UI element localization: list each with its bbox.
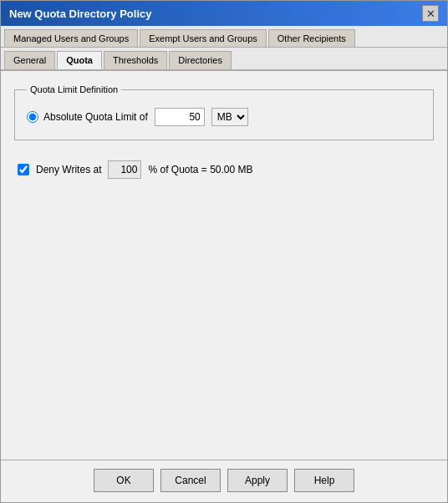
dialog-title: New Quota Directory Policy bbox=[9, 8, 152, 20]
quota-info-text: % of Quota = 50.00 MB bbox=[148, 164, 252, 175]
content-area: Quota Limit Definition Absolute Quota Li… bbox=[1, 71, 447, 460]
deny-writes-row: Deny Writes at % of Quota = 50.00 MB bbox=[18, 160, 434, 179]
apply-button[interactable]: Apply bbox=[227, 469, 288, 492]
fieldset-legend: Quota Limit Definition bbox=[27, 84, 121, 94]
quota-value-input[interactable] bbox=[155, 108, 205, 126]
title-bar: New Quota Directory Policy ✕ bbox=[1, 1, 447, 26]
tab-other-recipients[interactable]: Other Recipients bbox=[268, 29, 355, 47]
deny-writes-label: Deny Writes at bbox=[36, 164, 101, 175]
tab-general[interactable]: General bbox=[4, 51, 55, 69]
tabs-row2: General Quota Thresholds Directories bbox=[1, 48, 447, 71]
quota-limit-fieldset: Quota Limit Definition Absolute Quota Li… bbox=[14, 84, 434, 140]
dialog-window: New Quota Directory Policy ✕ Managed Use… bbox=[0, 0, 448, 503]
ok-button[interactable]: OK bbox=[94, 469, 154, 492]
tab-thresholds[interactable]: Thresholds bbox=[104, 51, 167, 69]
absolute-quota-label: Absolute Quota Limit of bbox=[27, 111, 148, 123]
close-button[interactable]: ✕ bbox=[422, 5, 439, 22]
absolute-quota-text: Absolute Quota Limit of bbox=[43, 111, 148, 123]
help-button[interactable]: Help bbox=[294, 469, 354, 492]
tab-quota[interactable]: Quota bbox=[57, 51, 102, 69]
deny-writes-checkbox[interactable] bbox=[18, 164, 29, 175]
unit-select[interactable]: MB GB TB bbox=[211, 108, 248, 126]
deny-writes-percent-input[interactable] bbox=[108, 160, 141, 179]
absolute-quota-radio[interactable] bbox=[27, 111, 38, 123]
tab-directories[interactable]: Directories bbox=[169, 51, 232, 69]
cancel-button[interactable]: Cancel bbox=[160, 469, 221, 492]
tab-managed-users[interactable]: Managed Users and Groups bbox=[4, 29, 138, 47]
tab-exempt-users[interactable]: Exempt Users and Groups bbox=[140, 29, 267, 47]
tabs-row1: Managed Users and Groups Exempt Users an… bbox=[1, 26, 447, 48]
quota-limit-row: Absolute Quota Limit of MB GB TB bbox=[27, 108, 421, 126]
button-bar: OK Cancel Apply Help bbox=[1, 460, 447, 502]
